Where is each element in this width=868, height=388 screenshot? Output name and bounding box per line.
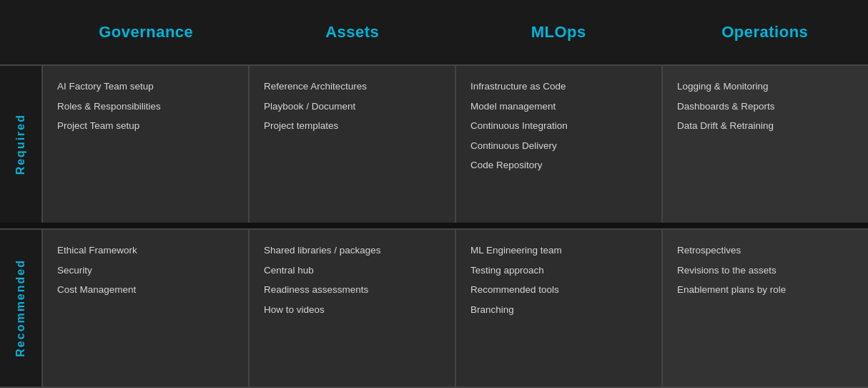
list-item: Playbook / Document bbox=[264, 99, 440, 115]
list-item: Roles & Responsibilities bbox=[57, 99, 234, 115]
header-operations: Operations bbox=[662, 23, 869, 42]
list-item: Branching bbox=[470, 302, 647, 318]
list-item: Security bbox=[57, 263, 234, 278]
required-content-cols: AI Factory Team setup Roles & Responsibi… bbox=[43, 66, 868, 223]
recommended-operations-cell: Retrospectives Revisions to the assets E… bbox=[663, 230, 868, 387]
list-item: Continuous Integration bbox=[470, 118, 647, 134]
required-label-col: Required bbox=[0, 66, 43, 223]
list-item: Ethical Framework bbox=[57, 243, 234, 258]
header-governance: Governance bbox=[43, 23, 250, 42]
list-item: Dashboards & Reports bbox=[677, 99, 854, 115]
required-operations-cell: Logging & Monitoring Dashboards & Report… bbox=[663, 66, 868, 223]
required-governance-cell: AI Factory Team setup Roles & Responsibi… bbox=[43, 66, 250, 223]
recommended-mlops-cell: ML Engineering team Testing approach Rec… bbox=[456, 230, 663, 387]
list-item: Infrastructure as Code bbox=[470, 79, 647, 94]
recommended-row: Recommended Ethical Framework Security C… bbox=[0, 228, 868, 388]
header-mlops: MLOps bbox=[455, 23, 662, 42]
list-item: Enablement plans by role bbox=[677, 282, 854, 298]
list-item: Project templates bbox=[264, 118, 440, 134]
list-item: How to videos bbox=[264, 302, 440, 318]
list-item: ML Engineering team bbox=[470, 243, 647, 258]
list-item: Cost Management bbox=[57, 282, 234, 298]
recommended-label-col: Recommended bbox=[0, 230, 43, 387]
grid-area: Required AI Factory Team setup Roles & R… bbox=[0, 64, 868, 388]
list-item: Logging & Monitoring bbox=[677, 79, 854, 94]
required-mlops-cell: Infrastructure as Code Model management … bbox=[456, 66, 663, 223]
list-item: Testing approach bbox=[470, 263, 647, 278]
header-assets: Assets bbox=[250, 23, 456, 42]
recommended-governance-cell: Ethical Framework Security Cost Manageme… bbox=[43, 230, 250, 387]
recommended-label: Recommended bbox=[14, 259, 27, 357]
required-assets-cell: Reference Architectures Playbook / Docum… bbox=[250, 66, 456, 223]
list-item: Retrospectives bbox=[677, 243, 854, 258]
list-item: Shared libraries / packages bbox=[264, 243, 440, 258]
list-item: Revisions to the assets bbox=[677, 263, 854, 278]
required-label: Required bbox=[14, 114, 27, 175]
list-item: Model management bbox=[470, 99, 647, 115]
recommended-assets-cell: Shared libraries / packages Central hub … bbox=[250, 230, 456, 387]
list-item: Reference Architectures bbox=[264, 79, 440, 94]
header-row: Governance Assets MLOps Operations bbox=[0, 0, 868, 64]
main-container: Governance Assets MLOps Operations Requi… bbox=[0, 0, 868, 388]
list-item: Central hub bbox=[264, 263, 440, 278]
recommended-content-cols: Ethical Framework Security Cost Manageme… bbox=[43, 230, 868, 387]
list-item: Data Drift & Retraining bbox=[677, 118, 854, 134]
list-item: Recommended tools bbox=[470, 282, 647, 298]
list-item: AI Factory Team setup bbox=[57, 79, 234, 94]
list-item: Project Team setup bbox=[57, 118, 234, 134]
list-item: Continuous Delivery bbox=[470, 138, 647, 154]
list-item: Readiness assessments bbox=[264, 282, 440, 298]
section-separator bbox=[0, 223, 868, 228]
required-row: Required AI Factory Team setup Roles & R… bbox=[0, 64, 868, 223]
list-item: Code Repository bbox=[470, 157, 647, 173]
